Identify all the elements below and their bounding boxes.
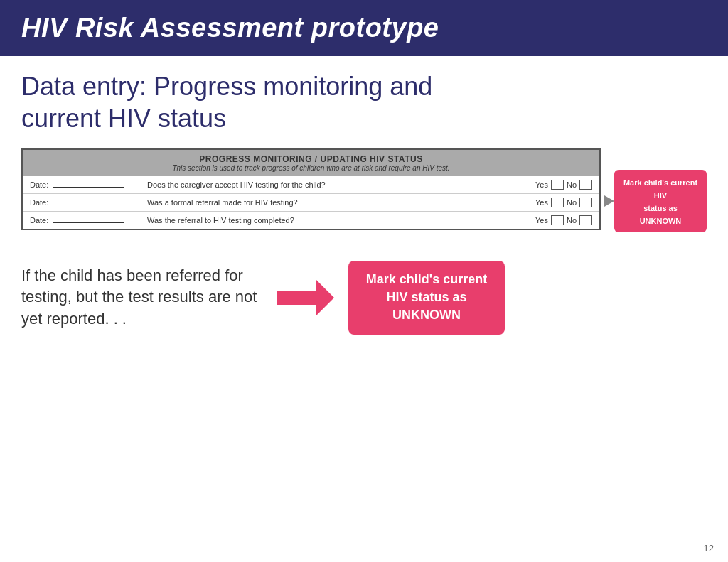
date-underline-1 — [53, 187, 124, 188]
yes-label-2: Yes — [535, 198, 548, 207]
date-label-2: Date: — [30, 198, 50, 207]
form-row: Date: Does the caregiver accept HIV test… — [23, 176, 599, 193]
bottom-description-text: If the child has been referred for testi… — [21, 265, 263, 330]
date-underline-3 — [53, 222, 124, 223]
svg-marker-0 — [277, 280, 334, 315]
date-label-3: Date: — [30, 216, 50, 225]
no-label-1: No — [567, 180, 577, 189]
form-callout-text: Mark child's current HIVstatus as UNKNOW… — [623, 178, 697, 225]
yes-no-group-3: Yes No — [535, 215, 592, 225]
subheader-title: Data entry: Progress monitoring and curr… — [21, 70, 707, 134]
large-arrow-container — [277, 280, 334, 315]
yes-box-1[interactable] — [551, 180, 564, 190]
no-label-3: No — [567, 216, 577, 225]
question-text-3: Was the referral to HIV testing complete… — [147, 216, 528, 225]
yes-no-group-2: Yes No — [535, 198, 592, 207]
large-arrow-icon — [277, 280, 334, 315]
no-box-1[interactable] — [579, 180, 592, 190]
no-box-2[interactable] — [579, 198, 592, 207]
large-callout-bubble: Mark child's current HIV status as UNKNO… — [348, 261, 505, 335]
yes-no-group-1: Yes No — [535, 180, 592, 190]
form-body: Date: Does the caregiver accept HIV test… — [23, 176, 599, 229]
date-field-3: Date: — [30, 216, 147, 225]
date-label-1: Date: — [30, 180, 50, 189]
date-field-1: Date: — [30, 180, 147, 189]
yes-box-2[interactable] — [551, 198, 564, 207]
form-callout-container: Mark child's current HIVstatus as UNKNOW… — [604, 148, 707, 232]
yes-box-3[interactable] — [551, 215, 564, 225]
no-label-2: No — [567, 198, 577, 207]
subheader-line2: current HIV status — [21, 104, 226, 133]
form-header-subtitle: This section is used to track progress o… — [30, 164, 592, 172]
header: HIV Risk Assessment prototype — [0, 0, 728, 56]
question-text-2: Was a formal referral made for HIV testi… — [147, 198, 528, 207]
form-callout-bubble: Mark child's current HIVstatus as UNKNOW… — [614, 170, 707, 232]
form-wrapper: PROGRESS MONITORING / UPDATING HIV STATU… — [21, 148, 707, 232]
yes-label-3: Yes — [535, 216, 548, 225]
form-row: Date: Was a formal referral made for HIV… — [23, 193, 599, 211]
subheader-line1: Data entry: Progress monitoring and — [21, 72, 432, 101]
large-callout-text: Mark child's current HIV status as UNKNO… — [366, 272, 487, 322]
yes-label-1: Yes — [535, 180, 548, 189]
page-number: 12 — [704, 543, 714, 553]
form-row: Date: Was the referral to HIV testing co… — [23, 211, 599, 229]
form-arrow-icon — [604, 195, 614, 207]
form-header-title: PROGRESS MONITORING / UPDATING HIV STATU… — [30, 154, 592, 164]
question-text-1: Does the caregiver accept HIV testing fo… — [147, 180, 528, 189]
date-underline-2 — [53, 205, 124, 205]
subheader: Data entry: Progress monitoring and curr… — [0, 56, 728, 141]
progress-monitoring-form: PROGRESS MONITORING / UPDATING HIV STATU… — [21, 148, 601, 230]
bottom-section: If the child has been referred for testi… — [0, 247, 728, 349]
no-box-3[interactable] — [579, 215, 592, 225]
date-field-2: Date: — [30, 198, 147, 207]
header-title: HIV Risk Assessment prototype — [21, 13, 439, 43]
form-header: PROGRESS MONITORING / UPDATING HIV STATU… — [23, 150, 599, 176]
